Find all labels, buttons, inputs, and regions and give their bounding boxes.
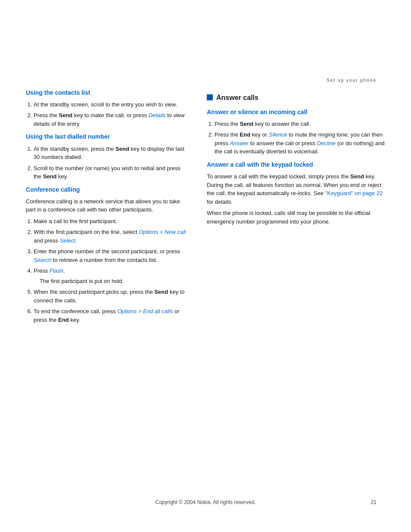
last-dialled-items: At the standby screen, press the Send ke… [26, 145, 190, 181]
link-flash[interactable]: Flash [50, 268, 63, 274]
list-item: Scroll to the number (or name) you wish … [34, 164, 190, 181]
section-last-dialled: Using the last dialled number At the sta… [26, 132, 190, 180]
answer-silence-items: Press the Send key to answer the call. P… [207, 120, 385, 156]
section-conference-calling: Conference calling Conference calling is… [26, 185, 190, 324]
list-item: Enter the phone number of the second par… [34, 247, 190, 264]
section-answer-or-silence: Answer or silence an incoming call Press… [207, 108, 385, 156]
link-options-new-call[interactable]: Options > New call [139, 229, 186, 235]
keypad-locked-para2: When the phone is locked, calls still ma… [207, 209, 385, 226]
list-item: With the first participant on the line, … [34, 228, 190, 245]
key-send: Send [350, 173, 364, 180]
header-text: Set up your phone [327, 78, 377, 83]
section-title-conference: Conference calling [26, 185, 190, 194]
list-item: To end the conference call, press Option… [34, 307, 190, 324]
link-details[interactable]: Details [149, 112, 166, 118]
list-item: Press the Send key to answer the call. [215, 120, 385, 128]
section-title-keypad-locked: Answer a call with the keypad locked [207, 160, 385, 169]
blue-square-icon [207, 94, 213, 100]
section-title-contacts: Using the contacts list [26, 88, 190, 97]
page: Set up your phone Using the contacts lis… [0, 0, 411, 532]
list-item: Press Flash. The first participant is pu… [34, 267, 190, 285]
link-select[interactable]: Select [60, 237, 75, 244]
key-send: Send [240, 121, 254, 127]
keypad-locked-para1: To answer a call with the keypad locked,… [207, 172, 385, 206]
key-send: Send [59, 112, 73, 118]
list-item: Press the Send key to make the call, or … [34, 111, 190, 128]
section-answer-keypad-locked: Answer a call with the keypad locked To … [207, 160, 385, 226]
key-send: Send [43, 173, 57, 180]
key-end: End [58, 317, 69, 323]
page-header: Set up your phone [0, 0, 411, 88]
link-keyguard[interactable]: "Keyguard" on page 22 [325, 190, 383, 196]
key-end: End [240, 131, 251, 138]
conference-intro: Conference calling is a network service … [26, 197, 190, 214]
content-area: Using the contacts list At the standby s… [0, 88, 411, 329]
page-footer: Copyright © 2004 Nokia. All rights reser… [0, 499, 411, 506]
list-item: At the standby screen, scroll to the ent… [34, 100, 190, 109]
right-column: Answer calls Answer or silence an incomi… [207, 88, 385, 329]
list-item: Press the End key or Silence to mute the… [215, 131, 385, 156]
section-title-last-dialled: Using the last dialled number [26, 132, 190, 141]
key-send: Send [115, 146, 129, 152]
answer-calls-title: Answer calls [216, 93, 258, 103]
sub-item-hold: The first participant is put on hold. [34, 277, 190, 286]
left-column: Using the contacts list At the standby s… [26, 88, 190, 329]
conference-items: Make a call to the first participant. Wi… [26, 217, 190, 324]
footer-copyright: Copyright © 2004 Nokia. All rights reser… [156, 499, 256, 506]
section-using-contacts-list: Using the contacts list At the standby s… [26, 88, 190, 128]
link-options-end-all[interactable]: Options > End all calls [117, 308, 173, 314]
contacts-list-items: At the standby screen, scroll to the ent… [26, 100, 190, 128]
link-silence[interactable]: Silence [269, 131, 287, 138]
link-answer[interactable]: Answer [230, 140, 248, 146]
key-send: Send [154, 289, 168, 295]
link-search[interactable]: Search [34, 257, 51, 263]
section-title-answer-silence: Answer or silence an incoming call [207, 108, 385, 116]
footer-page-number: 21 [371, 499, 377, 506]
list-item: When the second participant picks up, pr… [34, 288, 190, 305]
list-item: At the standby screen, press the Send ke… [34, 145, 190, 162]
answer-calls-heading: Answer calls [207, 93, 385, 103]
link-decline[interactable]: Decline [317, 140, 336, 146]
list-item: Make a call to the first participant. [34, 217, 190, 226]
